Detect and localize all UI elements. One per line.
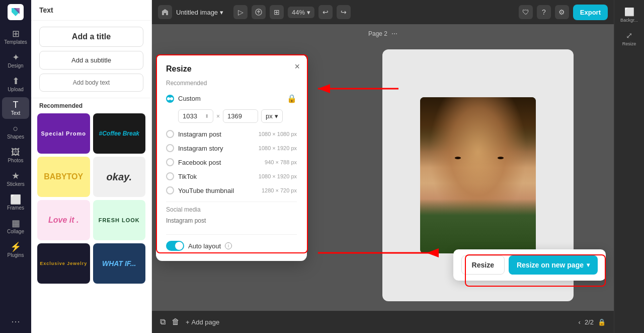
dropdown-arrow: ▾	[220, 9, 223, 16]
sidebar-item-design[interactable]: ✦ Design	[2, 50, 29, 72]
sidebar-item-upload-label: Upload	[8, 87, 24, 92]
auto-layout-label: Auto layout	[188, 242, 221, 250]
sidebar-item-upload[interactable]: ⬆ Upload	[2, 74, 29, 95]
copy-page-icon[interactable]: ⧉	[160, 317, 166, 326]
text-panel: Text Add a title Add a subtitle Add body…	[31, 0, 152, 333]
add-title-button[interactable]: Add a title	[39, 27, 143, 47]
collage-icon: ▦	[12, 219, 20, 228]
bottom-bar-left: ⧉ 🗑 + Add page	[160, 317, 219, 326]
template-card-special-promo[interactable]: Special Promo	[37, 113, 90, 154]
template-card-love-it[interactable]: Love it .	[37, 200, 90, 240]
social-instagram-item[interactable]: Instagram post	[166, 215, 297, 226]
resize-new-page-button[interactable]: Resize on new page ▾	[509, 255, 598, 275]
design-icon: ✦	[12, 53, 20, 62]
right-panel: ⬜ Backgr... ⤢ Resize	[614, 0, 644, 333]
option-tiktok[interactable]: TikTok 1080 × 1920 px	[166, 169, 297, 183]
template-card-babytoy[interactable]: BABYTOY	[37, 157, 90, 197]
sidebar-item-collage[interactable]: ▦ Collage	[2, 216, 29, 237]
template-card-fresh-look[interactable]: FRESH LOOK	[93, 200, 146, 240]
prev-page-icon[interactable]: ‹	[579, 318, 581, 326]
add-page-button[interactable]: + Add page	[186, 317, 219, 326]
help-icon[interactable]: ?	[537, 5, 551, 19]
add-body-text-button[interactable]: Add body text	[39, 74, 143, 92]
right-panel-background[interactable]: ⬜ Backgr...	[616, 4, 643, 26]
sidebar-item-shapes[interactable]: ○ Shapes	[2, 121, 29, 143]
background-icon: ⬜	[624, 7, 634, 17]
radio-tiktok	[166, 172, 174, 180]
lock-bottom-icon[interactable]: 🔒	[598, 318, 606, 326]
option-youtube-thumbnail[interactable]: YouTube thumbnail 1280 × 720 px	[166, 183, 297, 197]
unit-select[interactable]: px ▾	[261, 109, 283, 123]
option-facebook-post-label: Facebook post	[178, 159, 221, 166]
layout-icon[interactable]: ⊞	[270, 5, 284, 19]
resize-icon: ⤢	[626, 31, 632, 40]
pagination: ‹ 2/2 🔒	[579, 318, 606, 326]
sidebar-item-frames[interactable]: ⬜ Frames	[2, 192, 29, 214]
template-card-what-if[interactable]: WHAT IF...	[93, 243, 146, 284]
delete-page-icon[interactable]: 🗑	[172, 317, 180, 326]
auto-layout-toggle[interactable]	[166, 241, 184, 251]
radio-youtube-thumbnail	[166, 186, 174, 194]
radio-instagram-post	[166, 130, 174, 138]
upload-icon: ⬆	[12, 77, 20, 86]
option-youtube-label: YouTube thumbnail	[178, 187, 234, 194]
modal-title: Resize	[166, 64, 297, 74]
sidebar-item-stickers[interactable]: ★ Stickers	[2, 168, 29, 190]
sidebar-item-templates[interactable]: ⊞ Templates	[2, 26, 29, 48]
option-instagram-story[interactable]: Instagram story 1080 × 1920 px	[166, 141, 297, 155]
modal-close-button[interactable]: ×	[294, 61, 300, 72]
export-button[interactable]: Export	[573, 5, 608, 20]
social-section-label: Social media	[166, 206, 297, 213]
page-options-icon[interactable]: ⋯	[391, 30, 397, 37]
redo-icon[interactable]: ↪	[337, 5, 351, 19]
background-label: Backgr...	[620, 18, 638, 23]
custom-dimension-inputs: 1033 ⬍ × 1369 px ▾	[178, 109, 297, 123]
left-sidebar: ⊞ Templates ✦ Design ⬆ Upload T Text ○ S…	[0, 0, 31, 333]
option-facebook-post[interactable]: Facebook post 940 × 788 px	[166, 155, 297, 169]
radio-instagram-story	[166, 144, 174, 152]
sidebar-item-plugins[interactable]: ⚡ Plugins	[2, 239, 29, 261]
document-title[interactable]: Untitled image ▾	[176, 9, 223, 16]
plugins-icon: ⚡	[10, 242, 21, 251]
add-subtitle-button[interactable]: Add a subtitle	[39, 51, 143, 70]
app-logo[interactable]	[8, 4, 24, 20]
undo-icon[interactable]: ↩	[318, 5, 333, 19]
text-buttons-group: Add a title Add a subtitle Add body text	[31, 21, 151, 98]
templates-icon: ⊞	[12, 29, 20, 38]
template-card-coffee-break[interactable]: #Coffee Break	[93, 113, 146, 154]
zoom-control[interactable]: 44% ▾	[288, 7, 314, 18]
template-label: Special Promo	[41, 130, 86, 137]
resize-label: Resize	[622, 41, 636, 46]
template-label: FRESH LOOK	[99, 217, 140, 223]
sidebar-item-collage-label: Collage	[7, 229, 24, 234]
shield-icon[interactable]: 🛡	[519, 5, 533, 19]
right-panel-resize[interactable]: ⤢ Resize	[616, 28, 643, 49]
topbar: Untitled image ▾ ▷ ⊞ 44% ▾ ↩ ↪ 🛡 ? ⚙ Exp…	[152, 0, 614, 24]
option-instagram-story-label: Instagram story	[178, 145, 223, 152]
settings-icon[interactable]: ⚙	[555, 5, 569, 19]
option-custom[interactable]: Custom 🔒	[166, 91, 297, 106]
option-instagram-post[interactable]: Instagram post 1080 × 1080 px	[166, 127, 297, 141]
jacket-layer	[420, 199, 536, 254]
modal-action-buttons: Resize Resize on new page ▾	[453, 249, 606, 281]
sidebar-item-text-label: Text	[11, 110, 20, 116]
template-card-okay[interactable]: okay.	[93, 157, 146, 197]
play-icon[interactable]: ▷	[233, 5, 248, 19]
home-icon[interactable]	[158, 5, 172, 19]
resize-button[interactable]: Resize	[461, 255, 505, 275]
template-card-exclusive-jewelry[interactable]: Exclusive Jewelry	[37, 243, 90, 284]
template-label: okay.	[107, 171, 132, 183]
width-input[interactable]: 1033 ⬍	[178, 109, 213, 123]
sidebar-item-more[interactable]: ⋯	[2, 314, 29, 329]
radio-facebook-post	[166, 158, 174, 166]
sidebar-item-text[interactable]: T Text	[2, 97, 29, 119]
height-input[interactable]: 1369	[223, 109, 258, 123]
sidebar-item-frames-label: Frames	[7, 205, 24, 211]
share-icon[interactable]	[252, 5, 266, 19]
template-label: BABYTOY	[44, 172, 83, 181]
option-custom-label: Custom	[178, 95, 201, 102]
auto-layout-row: Auto layout i	[166, 241, 232, 251]
auto-layout-info-icon[interactable]: i	[225, 242, 232, 249]
toggle-thumb	[175, 242, 183, 250]
sidebar-item-photos[interactable]: 🖼 Photos	[2, 145, 29, 166]
